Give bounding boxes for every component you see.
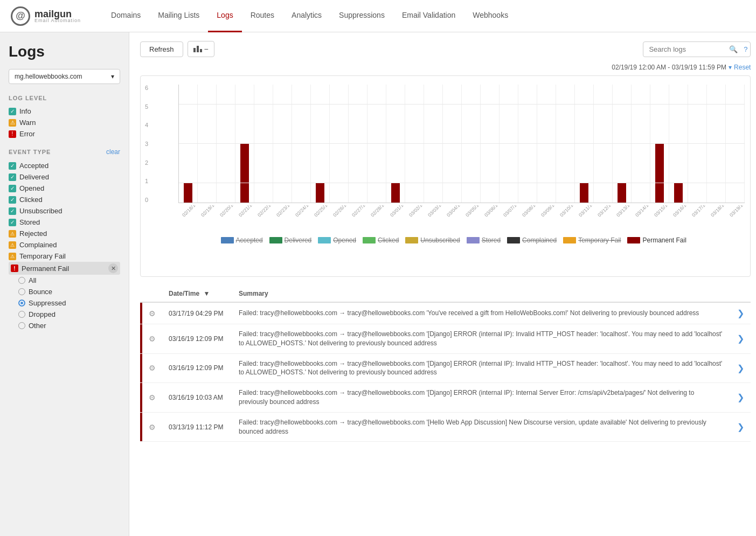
radio-bounce[interactable]: Bounce <box>9 286 120 297</box>
expand-icon[interactable]: ❯ <box>737 334 744 343</box>
gear-icon[interactable]: ⚙ <box>149 335 156 343</box>
stored-checkbox[interactable]: ✓ <box>9 219 16 226</box>
search-icon: 🔍 <box>729 45 738 53</box>
clicked-checkbox[interactable]: ✓ <box>9 196 16 204</box>
error-checkbox[interactable]: ! <box>9 130 16 138</box>
bar-group <box>292 85 311 203</box>
nav-link-mailing-lists[interactable]: Mailing Lists <box>149 0 208 32</box>
filter-rejected[interactable]: ⚠ Rejected <box>9 228 120 239</box>
accepted-checkbox[interactable]: ✓ <box>9 162 16 170</box>
nav-link-email-validation[interactable]: Email Validation <box>393 0 464 32</box>
nav-link-suppressions[interactable]: Suppressions <box>330 0 393 32</box>
filter-delivered[interactable]: ✓ Delivered <box>9 171 120 183</box>
table-header: Date/Time ▼ Summary <box>140 286 751 302</box>
filter-info[interactable]: ✓ Info <box>9 106 120 117</box>
nav-link-routes[interactable]: Routes <box>242 0 283 32</box>
bar-group <box>707 85 726 203</box>
filter-accepted[interactable]: ✓ Accepted <box>9 160 120 171</box>
bar-group <box>594 85 613 203</box>
warn-checkbox[interactable]: ⚠ <box>9 119 16 127</box>
bar <box>316 183 324 203</box>
refresh-button[interactable]: Refresh <box>140 41 183 57</box>
legend-item-clicked[interactable]: Clicked <box>363 236 399 244</box>
row-summary: Failed: tracy@hellowebbooks.com → tracy@… <box>239 418 724 436</box>
radio-dropped[interactable]: Dropped <box>9 309 120 320</box>
svg-rect-0 <box>193 48 196 52</box>
gear-cell: ⚙ <box>142 412 162 442</box>
bar <box>580 183 588 203</box>
clear-button[interactable]: clear <box>106 148 120 156</box>
filter-temporary-fail[interactable]: ⚠ Temporary Fail <box>9 250 120 262</box>
row-summary: Failed: tracy@hellowebbooks.com → tracy@… <box>239 330 724 348</box>
legend-item-opened[interactable]: Opened <box>318 236 356 244</box>
filter-opened[interactable]: ✓ Opened <box>9 183 120 194</box>
logo[interactable]: @ mailgun Email Automation <box>11 6 81 26</box>
chart-minus: − <box>204 45 209 53</box>
gear-icon[interactable]: ⚙ <box>149 423 156 431</box>
nav-link-analytics[interactable]: Analytics <box>283 0 330 32</box>
filter-complained[interactable]: ⚠ Complained <box>9 239 120 250</box>
row-datetime: 03/16/19 12:09 PM <box>162 324 232 354</box>
info-checkbox[interactable]: ✓ <box>9 108 16 115</box>
nav-link-domains[interactable]: Domains <box>102 0 149 32</box>
expand-cell: ❯ <box>731 324 751 354</box>
opened-checkbox[interactable]: ✓ <box>9 185 16 192</box>
gear-icon[interactable]: ⚙ <box>149 393 156 402</box>
gear-icon[interactable]: ⚙ <box>149 364 156 372</box>
legend-item-unsubscribed[interactable]: Unsubscribed <box>405 236 460 244</box>
domain-selector[interactable]: mg.hellowebbooks.com ▾ <box>9 69 120 84</box>
legend-color <box>467 237 480 243</box>
unsubscribed-checkbox[interactable]: ✓ <box>9 207 16 215</box>
perm-fail-checkbox[interactable]: ! <box>11 264 18 272</box>
date-range-chevron[interactable]: ▾ <box>729 64 732 71</box>
bar-group <box>349 85 367 203</box>
gear-icon[interactable]: ⚙ <box>149 309 156 318</box>
complained-checkbox[interactable]: ⚠ <box>9 241 16 249</box>
reset-button[interactable]: Reset <box>734 64 751 71</box>
bar-group <box>518 85 537 203</box>
bar-group <box>726 85 745 203</box>
bar-group <box>481 85 500 203</box>
radio-all[interactable]: All <box>9 275 120 286</box>
chart-toggle-button[interactable]: − <box>188 41 214 57</box>
row-summary: Failed: tracy@hellowebbooks.com → tracy@… <box>239 388 724 407</box>
nav-link-logs[interactable]: Logs <box>208 0 241 32</box>
expand-icon[interactable]: ❯ <box>737 393 744 402</box>
legend-color <box>627 237 640 243</box>
rejected-checkbox[interactable]: ⚠ <box>9 230 16 238</box>
filter-unsubscribed[interactable]: ✓ Unsubscribed <box>9 205 120 217</box>
datetime-col[interactable]: Date/Time ▼ <box>162 286 232 302</box>
delivered-checkbox[interactable]: ✓ <box>9 173 16 181</box>
remove-permanent-fail[interactable]: ✕ <box>108 263 118 273</box>
expand-icon[interactable]: ❯ <box>737 309 744 318</box>
temp-fail-checkbox[interactable]: ⚠ <box>9 253 16 260</box>
radio-suppressed[interactable]: Suppressed <box>9 297 120 309</box>
filter-error[interactable]: ! Error <box>9 128 120 140</box>
summary-cell: Failed: tracy@hellowebbooks.com → tracy@… <box>232 302 731 324</box>
help-icon[interactable]: ? <box>744 45 747 53</box>
bar-group <box>613 85 632 203</box>
nav-link-webhooks[interactable]: Webhooks <box>464 0 517 32</box>
radio-other[interactable]: Other <box>9 320 120 331</box>
gear-cell: ⚙ <box>142 302 162 324</box>
filter-permanent-fail[interactable]: ! Permanent Fail ✕ <box>9 262 120 275</box>
filter-stored[interactable]: ✓ Stored <box>9 217 120 228</box>
legend-item-temporary-fail[interactable]: Temporary Fail <box>563 236 621 244</box>
expand-icon[interactable]: ❯ <box>737 422 744 431</box>
bar-chart-icon <box>193 46 202 52</box>
legend-item-delivered[interactable]: Delivered <box>269 236 312 244</box>
bar-group <box>405 85 424 203</box>
legend-color <box>405 237 418 243</box>
filter-clicked[interactable]: ✓ Clicked <box>9 194 120 205</box>
bar-group <box>217 85 235 203</box>
legend-item-complained[interactable]: Complained <box>507 236 557 244</box>
x-labels: 02/18/1902/19/1902/20/1902/21/1902/22/19… <box>162 205 745 232</box>
legend-item-stored[interactable]: Stored <box>467 236 501 244</box>
legend-item-accepted[interactable]: Accepted <box>221 236 263 244</box>
bar <box>240 144 249 203</box>
legend-item-permanent-fail[interactable]: Permanent Fail <box>627 236 686 244</box>
expand-icon[interactable]: ❯ <box>737 364 744 373</box>
radio-other-icon <box>18 322 25 329</box>
filter-warn[interactable]: ⚠ Warn <box>9 117 120 128</box>
bar-group <box>537 85 556 203</box>
